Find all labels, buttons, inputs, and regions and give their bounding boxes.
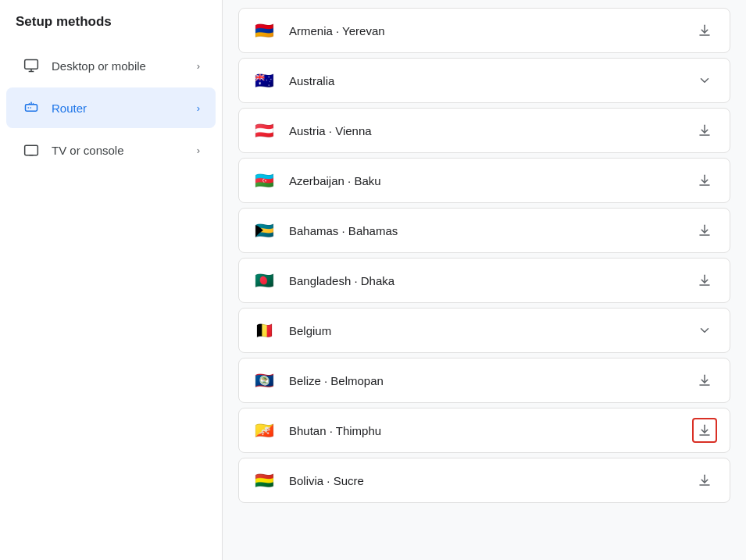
country-name: Belgium (289, 324, 692, 337)
svg-rect-5 (25, 145, 38, 155)
country-name: Armenia · Yerevan (289, 24, 692, 37)
country-flag: 🇦🇿 (252, 172, 277, 189)
country-list: 🇦🇲Armenia · Yerevan 🇦🇺Australia 🇦🇹Austri… (238, 8, 730, 508)
country-row[interactable]: 🇧🇴Bolivia · Sucre (238, 458, 730, 503)
country-name: Austria · Vienna (289, 124, 692, 137)
download-icon[interactable] (692, 118, 717, 143)
country-name: Bangladesh · Dhaka (289, 274, 692, 287)
download-icon[interactable] (692, 418, 717, 443)
country-name: Bolivia · Sucre (289, 474, 692, 487)
sidebar-item-label-tv: TV or console (52, 144, 186, 157)
download-icon[interactable] (692, 468, 717, 493)
chevron-right-icon: › (197, 60, 200, 72)
svg-point-3 (27, 107, 29, 109)
download-icon[interactable] (692, 368, 717, 393)
country-name: Australia (289, 74, 692, 87)
download-icon[interactable] (692, 168, 717, 193)
chevron-right-icon-tv: › (197, 144, 200, 156)
main-content: 🇦🇲Armenia · Yerevan 🇦🇺Australia 🇦🇹Austri… (223, 0, 746, 560)
sidebar-title: Setup methods (0, 14, 222, 44)
country-row[interactable]: 🇦🇿Azerbaijan · Baku (238, 158, 730, 203)
country-flag: 🇧🇩 (252, 272, 277, 289)
country-row[interactable]: 🇧🇩Bangladesh · Dhaka (238, 258, 730, 303)
download-icon[interactable] (692, 268, 717, 293)
svg-rect-0 (25, 60, 38, 70)
country-name: Belize · Belmopan (289, 374, 692, 387)
country-name: Bhutan · Thimphu (289, 424, 692, 437)
sidebar-item-desktop-mobile[interactable]: Desktop or mobile › (6, 45, 216, 86)
desktop-icon (22, 56, 41, 75)
chevron-down-icon[interactable] (692, 68, 717, 93)
country-row[interactable]: 🇦🇺Australia (238, 58, 730, 103)
country-name: Bahamas · Bahamas (289, 224, 692, 237)
sidebar-item-label-desktop: Desktop or mobile (52, 59, 186, 73)
country-flag: 🇧🇸 (252, 222, 277, 239)
sidebar: Setup methods Desktop or mobile › Router… (0, 0, 223, 560)
sidebar-item-tv-console[interactable]: TV or console › (6, 130, 216, 170)
sidebar-item-router[interactable]: Router › (6, 87, 216, 128)
country-row[interactable]: 🇦🇲Armenia · Yerevan (238, 8, 730, 53)
country-flag: 🇦🇹 (252, 122, 277, 139)
download-icon[interactable] (692, 218, 717, 243)
country-row[interactable]: 🇧🇪Belgium (238, 308, 730, 353)
country-row[interactable]: 🇦🇹Austria · Vienna (238, 108, 730, 153)
country-flag: 🇧🇴 (252, 472, 277, 489)
country-flag: 🇦🇺 (252, 72, 277, 89)
chevron-right-icon-router: › (197, 102, 200, 114)
router-icon (22, 98, 41, 117)
download-icon[interactable] (692, 18, 717, 43)
country-flag: 🇧🇹 (252, 422, 277, 439)
chevron-down-icon[interactable] (692, 318, 717, 343)
country-row[interactable]: 🇧🇿Belize · Belmopan (238, 358, 730, 403)
country-row[interactable]: 🇧🇸Bahamas · Bahamas (238, 208, 730, 253)
country-flag: 🇧🇪 (252, 322, 277, 339)
tv-icon (22, 141, 41, 159)
country-flag: 🇧🇿 (252, 372, 277, 389)
svg-point-4 (30, 107, 31, 109)
country-flag: 🇦🇲 (252, 22, 277, 39)
sidebar-item-label-router: Router (52, 102, 186, 115)
country-row[interactable]: 🇧🇹Bhutan · Thimphu (238, 408, 730, 453)
country-name: Azerbaijan · Baku (289, 174, 692, 187)
